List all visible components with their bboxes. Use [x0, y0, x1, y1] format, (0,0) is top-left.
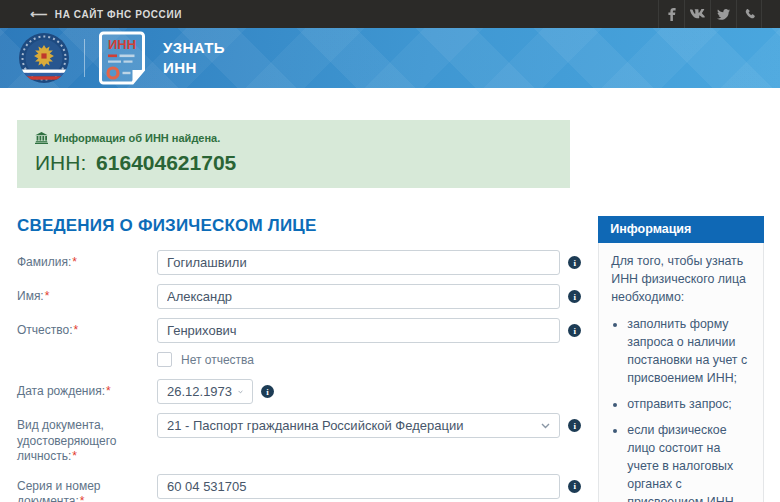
- firstname-info-icon[interactable]: i: [568, 290, 581, 303]
- no-patronymic-field: Нет отчества: [157, 352, 581, 367]
- docnumber-row: Серия и номер документа:* i: [17, 474, 581, 502]
- birthdate-row: Дата рождения:* 26.12.1973 i: [17, 379, 581, 404]
- phone-icon[interactable]: [736, 0, 762, 28]
- inn-doc-label: ИНН: [108, 37, 136, 52]
- chevron-down-icon: [541, 423, 550, 429]
- inn-result-box: Информация об ИНН найдена. ИНН: 61640462…: [17, 120, 570, 188]
- lastname-input[interactable]: [157, 250, 560, 275]
- birthdate-picker[interactable]: 26.12.1973: [157, 379, 253, 404]
- no-patronymic-row: Нет отчества: [17, 352, 581, 367]
- app-header: ИНН УЗНАТЬ ИНН: [0, 28, 780, 88]
- firstname-label: Имя:*: [17, 284, 157, 305]
- sidebar-title: Информация: [598, 216, 764, 243]
- docnumber-field: i: [157, 474, 581, 499]
- brand-divider: [84, 39, 85, 77]
- doctype-label: Вид документа, удостоверяющего личность:…: [17, 413, 157, 465]
- birthdate-value: 26.12.1973: [167, 384, 232, 399]
- required-mark: *: [45, 289, 50, 303]
- section-title: СВЕДЕНИЯ О ФИЗИЧЕСКОМ ЛИЦЕ: [17, 216, 581, 236]
- patronymic-input[interactable]: [157, 318, 560, 343]
- document-type-select[interactable]: 21 - Паспорт гражданина Российской Федер…: [157, 413, 560, 438]
- inn-result-line: ИНН: 616404621705: [35, 151, 552, 175]
- lastname-label: Фамилия:*: [17, 250, 157, 271]
- required-mark: *: [106, 384, 111, 398]
- sidebar-body: Для того, чтобы узнать ИНН физического л…: [598, 243, 764, 502]
- required-mark: *: [74, 323, 79, 337]
- document-type-value: 21 - Паспорт гражданина Российской Федер…: [167, 418, 463, 433]
- app-title: УЗНАТЬ ИНН: [163, 38, 225, 79]
- docnumber-label: Серия и номер документа:*: [17, 474, 157, 502]
- back-to-fns-link[interactable]: ⟵ НА САЙТ ФНС РОССИИ: [30, 8, 182, 20]
- doctype-row: Вид документа, удостоверяющего личность:…: [17, 413, 581, 465]
- firstname-field: i: [157, 284, 581, 309]
- sidebar-intro: Для того, чтобы узнать ИНН физического л…: [611, 253, 751, 307]
- facebook-icon[interactable]: [658, 0, 684, 28]
- chevron-down-icon: [238, 389, 243, 395]
- patronymic-field: i: [157, 318, 581, 343]
- info-sidebar: Информация Для того, чтобы узнать ИНН фи…: [598, 216, 764, 502]
- lastname-row: Фамилия:* i: [17, 250, 581, 275]
- birthdate-field: 26.12.1973 i: [157, 379, 581, 404]
- required-mark: *: [72, 255, 77, 269]
- lastname-info-icon[interactable]: i: [568, 256, 581, 269]
- brand-area[interactable]: ИНН: [18, 31, 145, 85]
- docnumber-info-icon[interactable]: i: [568, 480, 581, 493]
- no-patronymic-checkbox[interactable]: [157, 352, 172, 367]
- no-patronymic-label: Нет отчества: [181, 353, 254, 367]
- inn-document-icon: ИНН: [99, 31, 145, 85]
- birthdate-info-icon[interactable]: i: [261, 385, 274, 398]
- social-links: [658, 0, 762, 28]
- inn-value: 616404621705: [96, 151, 236, 174]
- lastname-field: i: [157, 250, 581, 275]
- main-content: Информация об ИНН найдена. ИНН: 61640462…: [0, 88, 780, 502]
- back-link-label: НА САЙТ ФНС РОССИИ: [55, 9, 182, 20]
- app-title-line1: УЗНАТЬ: [163, 38, 225, 58]
- inn-label: ИНН:: [35, 151, 86, 174]
- person-details-form: СВЕДЕНИЯ О ФИЗИЧЕСКОМ ЛИЦЕ Фамилия:* i И…: [17, 216, 581, 502]
- doctype-field: 21 - Паспорт гражданина Российской Федер…: [157, 413, 581, 438]
- result-status-text: Информация об ИНН найдена.: [54, 132, 220, 144]
- fns-emblem-logo: [18, 32, 70, 84]
- required-mark: *: [72, 449, 77, 463]
- result-status: Информация об ИНН найдена.: [35, 132, 552, 144]
- top-bar: ⟵ НА САЙТ ФНС РОССИИ: [0, 0, 780, 28]
- list-item: заполнить форму запроса о наличии постан…: [627, 316, 751, 388]
- patronymic-info-icon[interactable]: i: [568, 324, 581, 337]
- list-item: отправить запрос;: [627, 396, 751, 414]
- list-item: если физическое лицо состоит на учете в …: [627, 422, 751, 502]
- bank-icon: [35, 132, 48, 144]
- doctype-info-icon[interactable]: i: [568, 419, 581, 432]
- docnumber-input[interactable]: [157, 474, 560, 499]
- twitter-icon[interactable]: [710, 0, 736, 28]
- patronymic-row: Отчество:* i: [17, 318, 581, 343]
- birthdate-label: Дата рождения:*: [17, 379, 157, 400]
- app-title-line2: ИНН: [163, 58, 225, 78]
- vk-icon[interactable]: [684, 0, 710, 28]
- content-row: СВЕДЕНИЯ О ФИЗИЧЕСКОМ ЛИЦЕ Фамилия:* i И…: [17, 216, 764, 502]
- back-arrow-icon: ⟵: [30, 8, 48, 20]
- patronymic-label: Отчество:*: [17, 318, 157, 339]
- required-mark: *: [80, 494, 85, 502]
- firstname-input[interactable]: [157, 284, 560, 309]
- sidebar-bullet-list: заполнить форму запроса о наличии постан…: [627, 316, 751, 502]
- firstname-row: Имя:* i: [17, 284, 581, 309]
